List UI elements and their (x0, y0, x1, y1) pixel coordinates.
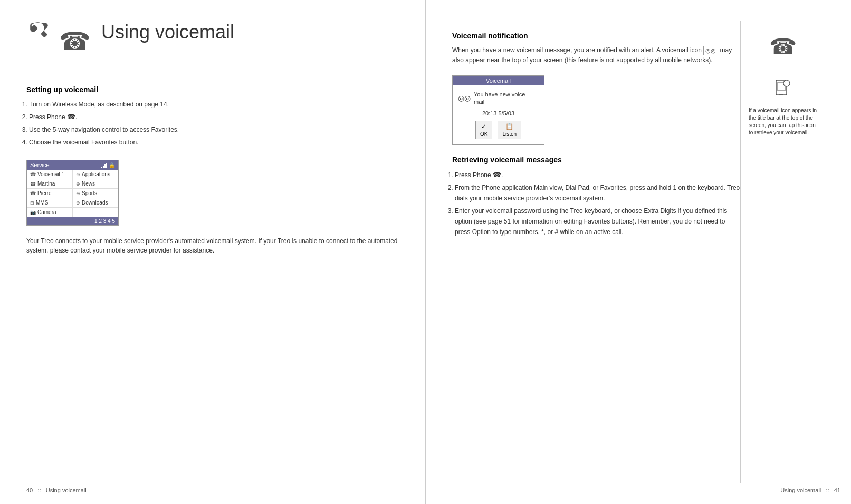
sidebar-divider-1 (749, 71, 817, 71)
vm-icon-row: ◎◎ You have new voice mail (458, 91, 539, 106)
phone-cell-mms: ⊟ MMS (27, 198, 73, 207)
apps-cell-icon: ⊕ (76, 172, 80, 177)
setup-step-1: Turn on Wireless Mode, as described on p… (29, 99, 399, 110)
left-page-number: 40 :: Using voicemail (26, 487, 87, 493)
signal-area: 🔒 (101, 162, 115, 168)
retrieve-step-3: Enter your voicemail password using the … (455, 206, 740, 238)
phone-screen-title: Service (30, 162, 50, 168)
retrieve-heading: Retrieving voicemail messages (452, 156, 740, 164)
news-icon: ⊕ (76, 181, 80, 187)
sidebar-phone-icon: ☎ (769, 32, 797, 63)
pierre-icon: ☎ (30, 191, 36, 196)
vm-listen-button[interactable]: 📋 Listen (498, 121, 521, 139)
phone-cell-downloads: ⊕ Downloads (73, 198, 118, 207)
phone-cell-camera: 📷 Camera (27, 208, 73, 217)
notification-section: Voicemail notification When you have a n… (452, 32, 740, 145)
phone-icon-left: ☎ (26, 18, 91, 56)
phone-cell-voicemail: ☎ Voicemail 1 (27, 170, 73, 179)
left-footer: 40 :: Using voicemail (26, 487, 399, 493)
phone-row-4: ⊟ MMS ⊕ Downloads (27, 198, 118, 208)
phone-row-3: ☎ Pierre ⊕ Sports (27, 189, 118, 198)
phone-cell-news: ⊕ News (73, 179, 118, 188)
vm-buttons: ✓ OK 📋 Listen (458, 121, 539, 139)
phone-cell-applications: ⊕ Applications (73, 170, 118, 179)
phone-cell-pierre: ☎ Pierre (27, 189, 73, 198)
phone-pagination: 1 2 3 4 5 (27, 217, 118, 225)
phone-cell-empty (73, 208, 118, 217)
retrieve-step-2: From the Phone application Main view, Di… (455, 182, 740, 204)
voicemail-inline-icon: ◎◎ (703, 46, 718, 56)
svg-text:!: ! (785, 82, 787, 86)
camera-icon: 📷 (30, 210, 36, 215)
vm-titlebar: Voicemail (453, 76, 544, 85)
svg-point-3 (783, 80, 790, 86)
vm-tape-icon: ◎◎ (458, 94, 471, 102)
retrieve-steps: Press Phone ☎. From the Phone applicatio… (455, 169, 740, 238)
right-footer-label: Using voicemail :: 41 (780, 487, 840, 493)
right-page: Voicemail notification When you have a n… (426, 0, 851, 504)
left-page-header: ☎ Using voicemail (26, 21, 399, 64)
lock-icon: 🔒 (109, 162, 115, 168)
signal-bars (101, 162, 107, 168)
notification-text: When you have a new voicemail message, y… (452, 45, 740, 65)
mms-icon: ⊟ (30, 200, 34, 206)
setup-step-2: Press Phone ☎. (29, 111, 399, 123)
checkmark-icon: ✓ (481, 123, 486, 130)
downloads-icon: ⊕ (76, 200, 80, 206)
vm-message-text: You have new voice mail (474, 91, 525, 106)
phone-titlebar: Service 🔒 (27, 160, 118, 170)
sidebar-voicemail-note-icon: ! (773, 79, 792, 103)
listen-icon: 📋 (505, 123, 513, 130)
phone-body: ☎ Voicemail 1 ⊕ Applications ☎ Martina ⊕ (27, 170, 118, 217)
left-page-title: Using voicemail (101, 21, 234, 43)
setup-steps: Turn on Wireless Mode, as described on p… (29, 99, 399, 148)
vm-ok-button[interactable]: ✓ OK (475, 121, 492, 139)
phone-screen-mockup: Service 🔒 ☎ Voicemail 1 (26, 160, 119, 226)
right-sidebar: ☎ ! If a voicemail icon appears in (740, 21, 825, 483)
setup-step-3: Use the 5-way navigation control to acce… (29, 124, 399, 135)
sidebar-note-text: If a voicemail icon appears in the title… (749, 107, 817, 137)
page: ☎ Using voicemail Setting up voicemail T… (0, 0, 851, 504)
voicemail-cell-icon: ☎ (30, 172, 36, 177)
vm-notification-screen: Voicemail ◎◎ You have new voice mail (452, 75, 544, 145)
right-footer: Using voicemail :: 41 (452, 487, 840, 493)
right-content: Voicemail notification When you have a n… (452, 21, 740, 483)
notification-heading: Voicemail notification (452, 32, 740, 40)
phone-cell-sports: ⊕ Sports (73, 189, 118, 198)
retrieve-section: Retrieving voicemail messages Press Phon… (452, 156, 740, 238)
retrieve-step-1: Press Phone ☎. (455, 169, 740, 181)
sports-icon: ⊕ (76, 191, 80, 196)
phone-row-5: 📷 Camera (27, 208, 118, 217)
setup-heading: Setting up voicemail (26, 85, 399, 94)
setup-step-4: Choose the voicemail Favorites button. (29, 137, 399, 148)
martina-icon: ☎ (30, 181, 36, 187)
vm-body: ◎◎ You have new voice mail 20:13 5/5/03 (453, 85, 544, 144)
vm-time: 20:13 5/5/03 (458, 110, 539, 117)
phone-row-2: ☎ Martina ⊕ News (27, 179, 118, 189)
phone-row-1: ☎ Voicemail 1 ⊕ Applications (27, 170, 118, 179)
left-body-text: Your Treo connects to your mobile servic… (26, 236, 399, 259)
setup-section: Setting up voicemail Turn on Wireless Mo… (26, 75, 399, 149)
left-page: ☎ Using voicemail Setting up voicemail T… (0, 0, 426, 504)
right-page-inner: Voicemail notification When you have a n… (452, 21, 825, 483)
phone-cell-martina: ☎ Martina (27, 179, 73, 188)
